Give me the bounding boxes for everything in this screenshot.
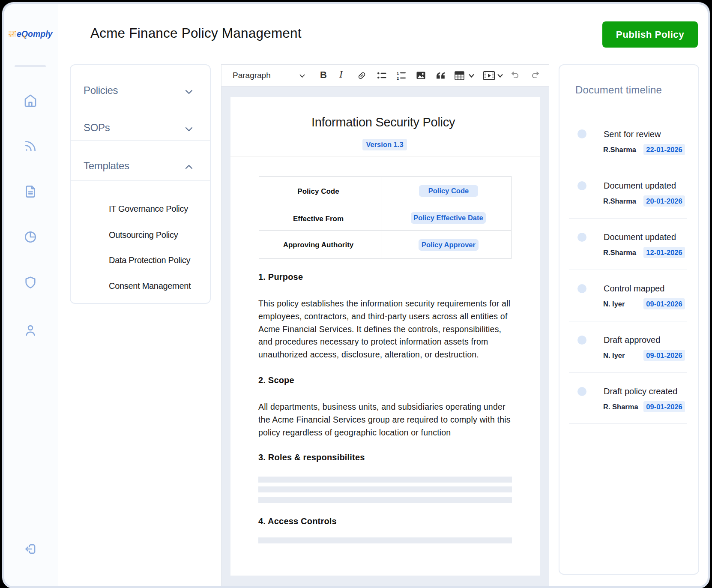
svg-text:1: 1 xyxy=(397,71,399,75)
svg-text:2: 2 xyxy=(397,76,399,80)
